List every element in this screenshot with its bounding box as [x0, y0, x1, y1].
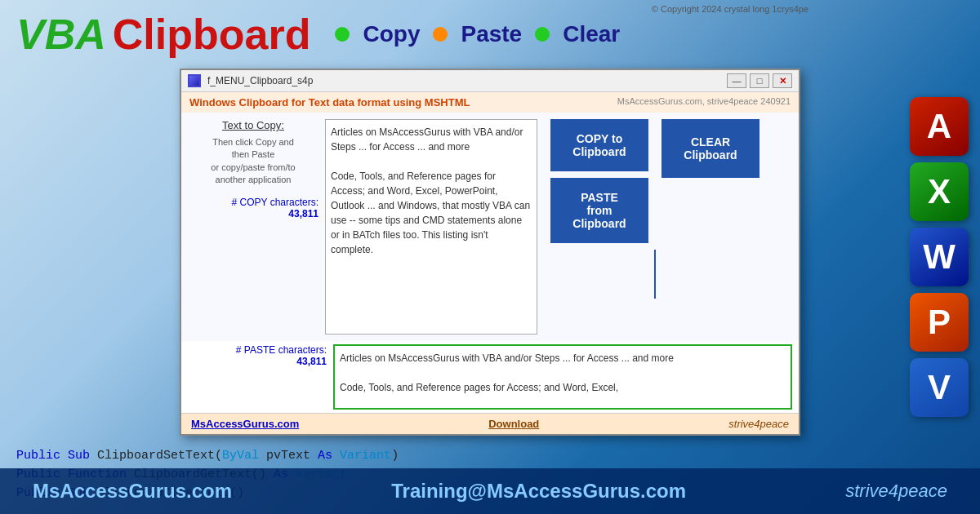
bottom-bar: MsAccessGurus.com Training@MsAccessGurus… [0, 468, 980, 514]
nav-items: Copy Paste Clear [335, 21, 620, 47]
code-plain-1: ClipboardSetText( [97, 449, 222, 463]
clipboard-window: f_MENU_Clipboard_s4p — □ ✕ Windows Clipb… [180, 69, 800, 436]
access-icon[interactable]: A [910, 97, 969, 156]
text-to-copy-label: Text to Copy: [188, 119, 318, 131]
title-clipboard: Clipboard [113, 10, 311, 59]
window-left-panel: Text to Copy: Then click Copy andthen Pa… [188, 119, 318, 335]
copy-textarea[interactable]: Articles on MsAccessGurus with VBA and/o… [325, 119, 537, 335]
copy-chars-value: 43,811 [188, 208, 318, 219]
maximize-button[interactable]: □ [750, 73, 769, 88]
word-icon[interactable]: W [910, 228, 969, 286]
paste-chars-area: # PASTE characters: 43,811 [188, 344, 327, 367]
window-icon [188, 74, 201, 87]
window-subtitle-bar: Windows Clipboard for Text data format u… [181, 92, 799, 113]
clear-clipboard-button[interactable]: CLEAR Clipboard [662, 119, 760, 178]
nav-clear-label[interactable]: Clear [563, 21, 620, 47]
nav-paste-label[interactable]: Paste [461, 21, 522, 47]
paste-dot-icon [433, 27, 448, 42]
bottom-site-link[interactable]: MsAccessGurus.com [33, 480, 232, 503]
code-keyword-1: Public Sub [16, 449, 97, 463]
excel-icon[interactable]: X [910, 162, 969, 221]
code-paren-1: ) [391, 449, 399, 463]
clear-dot-icon [535, 27, 550, 42]
footer-download-link[interactable]: Download [488, 418, 539, 430]
code-line-1: Public Sub ClipboardSetText(ByVal pvText… [16, 449, 964, 463]
window-subtitle-right: MsAccessGurus.com, strive4peace 240921 [617, 96, 791, 109]
window-controls[interactable]: — □ ✕ [727, 73, 792, 88]
paste-chars-value: 43,811 [188, 356, 327, 367]
paste-from-clipboard-button[interactable]: PASTE from Clipboard [550, 178, 648, 243]
window-body: Text to Copy: Then click Copy andthen Pa… [181, 113, 799, 341]
minimize-button[interactable]: — [727, 73, 746, 88]
footer-strive-text: strive4peace [728, 418, 789, 430]
text-to-copy-hint: Then click Copy andthen Pasteor copy/pas… [188, 136, 318, 187]
copyright-text: © Copyright 2024 crystal long 1crys4pe [652, 4, 808, 14]
code-type-1: ByVal [222, 449, 259, 463]
paste-textarea[interactable]: Articles on MsAccessGurus with VBA and/o… [333, 344, 792, 410]
bottom-email-link[interactable]: Training@MsAccessGurus.com [391, 480, 686, 503]
cursor-indicator [654, 250, 656, 299]
title-vba: VBA [16, 10, 106, 59]
paste-chars-label: # PASTE characters: [188, 344, 327, 356]
code-as-1: As [318, 449, 332, 463]
window-titlebar: f_MENU_Clipboard_s4p — □ ✕ [181, 70, 799, 92]
app-icons-panel: A X W P V [898, 0, 980, 514]
copy-to-clipboard-button[interactable]: COPY to Clipboard [550, 119, 648, 171]
code-variant-1: Variant [332, 449, 391, 463]
header: VBA Clipboard Copy Paste Clear © Copyrig… [0, 0, 980, 69]
window-footer: MsAccessGurus.com Download strive4peace [181, 413, 799, 434]
code-plain-1b: pvText [259, 449, 318, 463]
footer-site-link[interactable]: MsAccessGurus.com [191, 418, 299, 430]
powerpoint-icon[interactable]: P [910, 293, 969, 352]
visio-icon[interactable]: V [910, 358, 969, 417]
window-subtitle-text: Windows Clipboard for Text data format u… [189, 96, 470, 109]
copy-dot-icon [335, 27, 350, 42]
paste-section: # PASTE characters: 43,811 Articles on M… [188, 344, 792, 410]
copy-chars-label: # COPY characters: [188, 197, 318, 208]
nav-copy-label[interactable]: Copy [363, 21, 420, 47]
button-column: COPY to Clipboard PASTE from Clipboard C… [550, 119, 760, 335]
window-title: f_MENU_Clipboard_s4p [207, 75, 720, 86]
close-button[interactable]: ✕ [773, 73, 792, 88]
